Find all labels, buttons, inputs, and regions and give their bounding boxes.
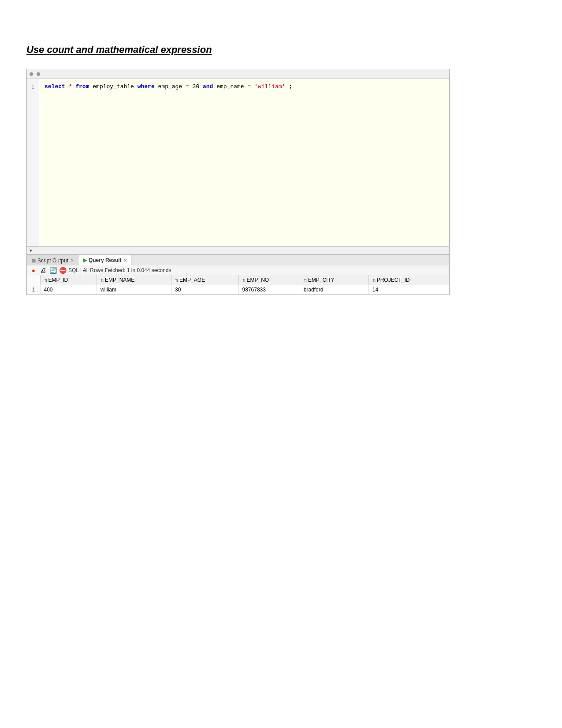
result-status-text: SQL | All Rows Fetched: 1 in 0.044 secon… <box>68 267 171 273</box>
col-emp-age: emp_age <box>158 83 182 90</box>
tab-query-close[interactable]: × <box>124 258 127 263</box>
op-eq2: = <box>247 83 251 90</box>
col-header-emp-id[interactable]: ⇅EMP_ID <box>40 275 97 285</box>
tab-script-output[interactable]: ▤ Script Output × <box>27 255 78 265</box>
sort-icon-project-id: ⇅ <box>372 278 376 283</box>
row-num: 1 <box>27 285 40 295</box>
col-header-emp-city[interactable]: ⇅EMP_CITY <box>300 275 368 285</box>
val-30: 30 <box>193 83 200 90</box>
col-header-rownum <box>27 275 40 285</box>
tbl-name: employ_table <box>93 83 134 90</box>
toolbar-icon-red: ● <box>30 267 37 274</box>
op-eq1: = <box>186 83 189 90</box>
table-header-row: ⇅EMP_ID ⇅EMP_NAME ⇅EMP_AGE ⇅EMP_NO ⇅EMP_… <box>27 275 449 285</box>
toolbar-icon-save[interactable]: 🖨 <box>39 267 47 274</box>
sort-icon-emp-no: ⇅ <box>242 278 246 283</box>
toolbar-dot-2 <box>37 72 40 76</box>
sql-editor: 1 select * from employ_table where emp_a… <box>26 69 450 255</box>
editor-toolbar <box>27 69 449 79</box>
scroll-arrow: ▼ <box>29 248 33 253</box>
col-emp-name: emp_name <box>216 83 244 90</box>
kw-where: where <box>138 83 155 90</box>
toolbar-dot-1 <box>30 72 33 76</box>
result-table-container: ⇅EMP_ID ⇅EMP_NAME ⇅EMP_AGE ⇅EMP_NO ⇅EMP_… <box>26 275 450 295</box>
tabs-bar: ▤ Script Output × ▶ Query Result × <box>26 255 450 265</box>
sort-icon-emp-id: ⇅ <box>44 278 48 283</box>
sql-line-1: select * from employ_table where emp_age… <box>45 82 444 91</box>
scroll-indicator: ▼ <box>27 246 449 254</box>
play-icon: ▶ <box>83 257 87 263</box>
toolbar-icon-refresh[interactable]: 🔄 <box>49 267 57 274</box>
kw-star: * <box>69 83 72 90</box>
cell-emp-name: william <box>97 285 171 295</box>
cell-emp-city: bradford <box>300 285 368 295</box>
sort-icon-emp-name: ⇅ <box>100 278 104 283</box>
table-row: 1 400 william 30 98767833 bradford 14 <box>27 285 449 295</box>
col-header-project-id[interactable]: ⇅PROJECT_ID <box>368 275 449 285</box>
sort-icon-emp-city: ⇅ <box>304 278 307 283</box>
col-header-emp-age[interactable]: ⇅EMP_AGE <box>171 275 238 285</box>
semicolon: ; <box>289 83 292 90</box>
tab-query-label: Query Result <box>89 257 122 263</box>
result-toolbar: ● 🖨 🔄 ⛔ SQL | All Rows Fetched: 1 in 0.0… <box>26 265 450 275</box>
result-table: ⇅EMP_ID ⇅EMP_NAME ⇅EMP_AGE ⇅EMP_NO ⇅EMP_… <box>27 275 449 295</box>
cell-project-id: 14 <box>368 285 449 295</box>
kw-from: from <box>75 83 89 90</box>
col-header-emp-no[interactable]: ⇅EMP_NO <box>238 275 300 285</box>
tab-query-result[interactable]: ▶ Query Result × <box>78 255 132 265</box>
cell-emp-age: 30 <box>171 285 238 295</box>
toolbar-icon-stop[interactable]: ⛔ <box>59 267 67 274</box>
editor-body[interactable]: 1 select * from employ_table where emp_a… <box>27 79 449 246</box>
cell-emp-no: 98767833 <box>238 285 300 295</box>
page-title: Use count and mathematical expression <box>26 44 536 56</box>
cell-emp-id: 400 <box>40 285 97 295</box>
kw-select: select <box>45 83 65 90</box>
line-num-1: 1 <box>31 82 34 91</box>
col-header-emp-name[interactable]: ⇅EMP_NAME <box>97 275 171 285</box>
line-gutter: 1 <box>27 79 39 246</box>
tab-script-close[interactable]: × <box>71 258 74 263</box>
kw-and: and <box>203 83 213 90</box>
editor-content[interactable]: select * from employ_table where emp_age… <box>39 79 449 246</box>
sort-icon-emp-age: ⇅ <box>175 278 179 283</box>
tab-script-label: Script Output <box>37 258 68 264</box>
val-william: 'william' <box>254 83 285 90</box>
script-icon: ▤ <box>31 258 36 263</box>
